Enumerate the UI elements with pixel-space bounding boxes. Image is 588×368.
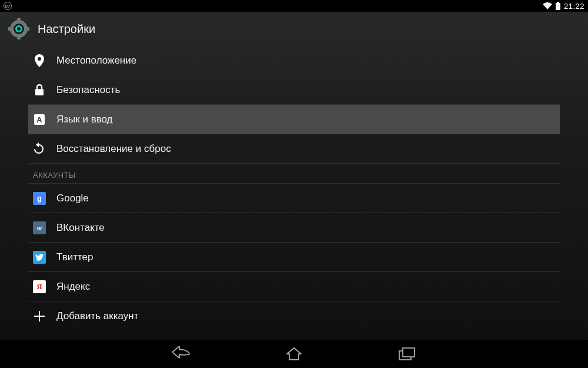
vk-icon: w: [33, 221, 46, 234]
account-item-label: Твиттер: [56, 251, 93, 263]
account-item-label: ВКонтакте: [56, 222, 105, 234]
account-item-twitter[interactable]: Твиттер: [28, 243, 560, 272]
google-icon: g: [33, 192, 46, 205]
svg-rect-5: [8, 27, 12, 31]
settings-icon: [8, 18, 29, 39]
yandex-icon: Я: [33, 280, 46, 293]
svg-point-9: [17, 27, 21, 31]
svg-rect-10: [35, 89, 44, 95]
svg-text:A: A: [36, 115, 42, 124]
nav-home-button[interactable]: [285, 344, 303, 363]
account-item-google[interactable]: g Google: [28, 184, 560, 213]
svg-rect-1: [557, 2, 559, 3]
settings-item-location[interactable]: Местоположение: [28, 46, 560, 75]
plus-icon: [33, 310, 46, 323]
settings-item-label: Язык и ввод: [56, 114, 113, 125]
settings-item-security[interactable]: Безопасность: [28, 75, 560, 105]
action-bar: Настройки: [0, 12, 588, 46]
account-item-vk[interactable]: w ВКонтакте: [28, 213, 560, 243]
battery-icon: [556, 2, 560, 10]
language-input-icon: A: [33, 113, 46, 126]
svg-rect-6: [26, 27, 29, 31]
lock-icon: [33, 84, 46, 97]
restore-icon: [33, 142, 46, 155]
settings-item-add-account[interactable]: Добавить аккаунт: [28, 301, 560, 331]
navigation-bar: [0, 340, 588, 368]
twitter-icon: [33, 251, 46, 264]
status-bar: 87 21:22: [0, 0, 588, 12]
settings-item-label: Безопасность: [56, 84, 120, 96]
settings-item-label: Добавить аккаунт: [56, 310, 139, 322]
svg-rect-4: [17, 36, 21, 39]
nav-back-button[interactable]: [172, 344, 191, 363]
settings-item-label: Местоположение: [56, 55, 136, 67]
wifi-icon: [543, 2, 552, 9]
svg-rect-3: [17, 18, 21, 22]
settings-item-language-input[interactable]: A Язык и ввод: [28, 105, 560, 134]
section-header-accounts: АККАУНТЫ: [28, 164, 560, 184]
nav-recents-button[interactable]: [397, 344, 416, 363]
location-icon: [33, 54, 46, 67]
status-clock: 21:22: [564, 2, 584, 11]
account-item-label: Яндекс: [56, 281, 90, 293]
settings-item-label: Восстановление и сброс: [56, 143, 171, 155]
svg-rect-14: [403, 348, 415, 357]
status-indicator-badge: 87: [4, 2, 12, 10]
account-item-label: Google: [56, 193, 89, 204]
settings-list: Местоположение Безопасность A Язык и вво…: [0, 46, 588, 331]
svg-rect-0: [556, 3, 560, 10]
account-item-yandex[interactable]: Я Яндекс: [28, 272, 560, 301]
page-title: Настройки: [38, 22, 95, 36]
settings-item-backup-reset[interactable]: Восстановление и сброс: [28, 134, 560, 164]
